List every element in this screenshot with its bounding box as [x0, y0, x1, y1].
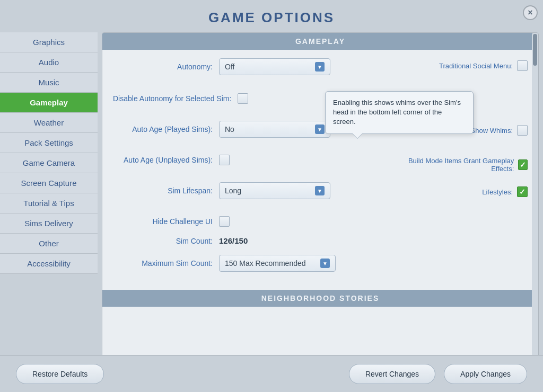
hide-challenge-label: Hide Challenge UI	[113, 217, 219, 226]
hide-challenge-checkbox[interactable]	[219, 216, 230, 227]
restore-defaults-button[interactable]: Restore Defaults	[16, 364, 104, 384]
sidebar: Graphics Audio Music Gameplay Weather Pa…	[0, 32, 98, 371]
scrollbar[interactable]	[532, 33, 538, 371]
max-sim-count-value: 150 Max Recommended	[225, 259, 320, 268]
hide-challenge-row: Hide Challenge UI	[113, 216, 528, 227]
disable-autonomy-label: Disable Autonomy for Selected Sim:	[113, 94, 238, 103]
tooltip-text: Enabling this shows whims over the Sim's…	[333, 99, 461, 126]
autonomy-dropdown-arrow: ▼	[315, 62, 325, 72]
build-mode-checkbox[interactable]	[518, 159, 528, 170]
traditional-social-menu-checkbox[interactable]	[517, 60, 528, 71]
sidebar-item-gameplay[interactable]: Gameplay	[0, 93, 98, 113]
sidebar-item-tutorial-tips[interactable]: Tutorial & Tips	[0, 193, 98, 213]
sim-count-row: Sim Count: 126/150	[113, 236, 528, 245]
auto-age-played-arrow: ▼	[315, 124, 325, 134]
page-title: Game Options	[0, 0, 543, 32]
auto-age-unplayed-label: Auto Age (Unplayed Sims):	[113, 156, 219, 164]
sim-lifespan-dropdown[interactable]: Long ▼	[219, 182, 330, 199]
gameplay-settings: Autonomy: Off ▼ Disable Autonomy for Sel…	[102, 50, 538, 290]
sidebar-item-audio[interactable]: Audio	[0, 52, 98, 73]
autonomy-dropdown[interactable]: Off ▼	[219, 58, 330, 75]
build-mode-row: Build Mode Items Grant Gameplay Effects:	[400, 157, 528, 173]
right-col-4: Lifestyles:	[400, 182, 528, 209]
sidebar-item-weather[interactable]: Weather	[0, 113, 98, 133]
max-sim-count-dropdown[interactable]: 150 Max Recommended ▼	[219, 255, 336, 272]
neighborhood-stories-header: Neighborhood Stories	[102, 290, 538, 307]
revert-changes-button[interactable]: Revert Changes	[349, 364, 435, 384]
sidebar-item-music[interactable]: Music	[0, 73, 98, 93]
main-layout: Graphics Audio Music Gameplay Weather Pa…	[0, 32, 543, 371]
autonomy-row: Autonomy: Off ▼	[113, 58, 400, 75]
sidebar-item-other[interactable]: Other	[0, 234, 98, 254]
whims-tooltip: Enabling this shows whims over the Sim's…	[325, 91, 474, 134]
close-button[interactable]: ×	[523, 5, 538, 20]
auto-age-played-label: Auto Age (Played Sims):	[113, 125, 219, 133]
right-actions: Revert Changes Apply Changes	[349, 364, 527, 384]
traditional-social-menu-row: Traditional Social Menu:	[400, 60, 528, 71]
scrollbar-thumb[interactable]	[533, 34, 537, 66]
auto-age-unplayed-row: Auto Age (Unplayed Sims):	[113, 155, 400, 165]
max-sim-count-arrow: ▼	[320, 259, 330, 268]
show-whims-checkbox[interactable]	[517, 125, 528, 136]
traditional-social-menu-label: Traditional Social Menu:	[439, 62, 513, 70]
row-sim-lifespan: Sim Lifespan: Long ▼ Lifestyles:	[113, 182, 528, 209]
show-whims-label: Show Whims:	[471, 127, 513, 135]
auto-age-unplayed-checkbox[interactable]	[219, 155, 230, 165]
lifestyles-label: Lifestyles:	[482, 188, 513, 196]
sim-lifespan-label: Sim Lifespan:	[113, 186, 219, 195]
sidebar-item-sims-delivery[interactable]: Sims Delivery	[0, 213, 98, 234]
sim-lifespan-row: Sim Lifespan: Long ▼	[113, 182, 400, 199]
sim-lifespan-arrow: ▼	[315, 186, 325, 195]
autonomy-label: Autonomy:	[113, 63, 219, 71]
sidebar-item-screen-capture[interactable]: Screen Capture	[0, 173, 98, 193]
sidebar-item-accessibility[interactable]: Accessibility	[0, 254, 98, 274]
bottom-bar: Restore Defaults Revert Changes Apply Ch…	[0, 355, 543, 392]
sim-count-value: 126/150	[219, 236, 248, 245]
left-col-4: Sim Lifespan: Long ▼	[113, 182, 400, 209]
row-auto-age-unplayed: Auto Age (Unplayed Sims): Build Mode Ite…	[113, 155, 528, 175]
sim-lifespan-value: Long	[225, 186, 315, 195]
content-panel: Gameplay Autonomy: Off ▼ Disable Autonom…	[102, 32, 539, 371]
sidebar-item-game-camera[interactable]: Game Camera	[0, 153, 98, 173]
gameplay-section-header: Gameplay	[102, 33, 538, 50]
max-sim-count-row: Maximum Sim Count: 150 Max Recommended ▼	[113, 255, 528, 272]
sim-count-label: Sim Count:	[113, 237, 219, 245]
sidebar-item-pack-settings[interactable]: Pack Settings	[0, 133, 98, 153]
left-col-3: Auto Age (Unplayed Sims):	[113, 155, 400, 175]
max-sim-count-label: Maximum Sim Count:	[113, 259, 219, 268]
lifestyles-checkbox[interactable]	[517, 186, 528, 197]
auto-age-played-dropdown[interactable]: No ▼	[219, 121, 330, 138]
sidebar-item-graphics[interactable]: Graphics	[0, 32, 98, 52]
disable-autonomy-checkbox[interactable]	[238, 93, 248, 104]
lifestyles-row: Lifestyles:	[400, 186, 528, 197]
autonomy-value: Off	[225, 63, 315, 71]
apply-changes-button[interactable]: Apply Changes	[444, 364, 527, 384]
build-mode-label: Build Mode Items Grant Gameplay Effects:	[400, 157, 514, 173]
auto-age-played-value: No	[225, 125, 315, 133]
right-col-3: Build Mode Items Grant Gameplay Effects:	[400, 155, 528, 175]
